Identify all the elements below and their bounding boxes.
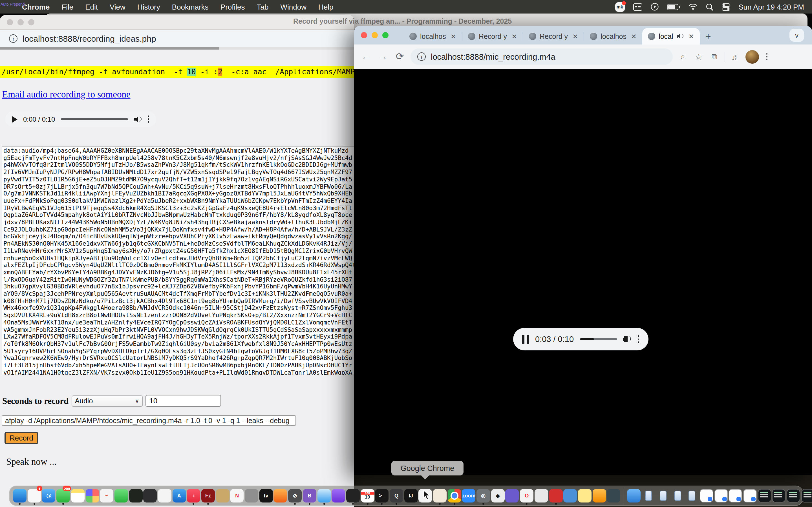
dock-stocks-icon[interactable]: ~ [100,487,113,504]
dock-downloads-icon[interactable] [627,489,641,503]
left-player-seekbar[interactable] [61,118,128,120]
omnibox[interactable]: i localhost:8888/mic_recording.m4a [410,48,673,65]
dock-minimized-doc-4[interactable] [743,489,757,503]
control-center-icon[interactable] [721,3,730,10]
dock-zoom-icon[interactable]: zoom [462,489,476,503]
clock[interactable]: Sun Apr 19 4:20 PM [739,3,804,11]
dock-tooth-icon[interactable] [535,489,548,503]
browser-tab-localhos-3[interactable]: localhos✕ [584,28,642,45]
dock-intellij-icon[interactable]: IJ [404,487,417,504]
menu-bookmarks[interactable]: Bookmarks [172,3,209,11]
dock-purple-cat-icon[interactable] [506,489,519,503]
dock-minimized-doc-1[interactable] [700,487,713,504]
dock-stickies-icon[interactable] [578,487,592,504]
dock-calendar-icon[interactable]: 19 [361,489,374,503]
dock-messages-icon[interactable]: 208 [56,487,70,504]
dock-opera-icon[interactable]: O [520,489,534,503]
dock-device-icon[interactable] [143,487,157,504]
play-icon[interactable] [12,116,17,122]
dock-minimized-terminal-4[interactable] [801,489,812,503]
dock-music-icon[interactable]: ♪ [187,487,200,504]
dock-calendar-icon[interactable]: 19 [361,487,374,504]
dock-minimized-doc-2[interactable] [714,487,728,504]
pause-icon[interactable] [522,335,529,343]
chrome-menu-icon[interactable] [766,53,768,60]
dock-textedit-icon[interactable] [158,487,171,504]
forward-icon[interactable]: → [377,51,389,62]
dock-code-editor-icon[interactable] [346,489,360,503]
dock-news-icon[interactable]: N [231,489,244,503]
dock-stickies-icon[interactable] [578,489,592,503]
left-url-text[interactable]: localhost:8888/recording_ideas.php [22,34,156,43]
new-tab-button[interactable]: + [705,31,711,42]
close-button[interactable] [361,32,367,38]
dock-contacts-icon[interactable] [216,489,229,503]
dock-device-icon[interactable] [144,489,157,503]
dock-bulb-icon[interactable] [592,489,606,503]
email-recording-link[interactable]: Email audio recording to someone [2,89,131,100]
player-menu-icon[interactable] [147,115,149,123]
zoom-button[interactable] [382,32,389,38]
dock-podcasts-icon[interactable] [332,489,345,503]
dock-terminal2-icon[interactable]: >_ [375,489,389,503]
dock-appletv-icon[interactable]: tv [259,487,273,504]
dock-tooth-icon[interactable] [535,487,548,504]
zoom-button[interactable] [28,19,35,25]
keyboard-brightness-icon[interactable] [633,3,642,10]
site-info-icon[interactable]: i [9,34,17,43]
bookmark-star-icon[interactable]: ☆ [693,52,704,61]
dock-minimized-doc-1[interactable] [700,489,713,503]
menu-tab[interactable]: Tab [257,3,269,11]
tab-close-icon[interactable]: ✕ [449,33,457,40]
dock-reminders-icon[interactable]: 1 [28,487,41,504]
play-circle-icon[interactable] [651,3,658,11]
dock-zoom-icon[interactable]: zoom [462,487,476,504]
right-player-seekbar[interactable] [580,338,617,340]
browser-tab-localhos-0[interactable]: localhos✕ [404,28,462,45]
dock-minimized-chrome[interactable] [685,487,699,504]
spotlight-search-icon[interactable] [706,3,713,10]
dock-minimized-chrome[interactable] [689,491,695,501]
browser-tab-record-y-1[interactable]: Record y✕ [462,28,523,45]
player-menu-icon[interactable] [637,335,640,343]
dock-minimized-safari-1[interactable] [642,487,655,504]
menu-profiles[interactable]: Profiles [220,3,245,11]
dock-mail-icon[interactable]: @ [42,487,56,504]
dock-minimized-terminal-1[interactable] [758,487,771,504]
media-control-icon[interactable]: ♬ [730,52,741,61]
dock-launchpad-icon[interactable] [86,487,99,504]
dock-stocks-icon[interactable]: ~ [100,489,113,503]
dock-blue-doc-icon[interactable] [563,487,577,504]
browser-tab-local-4[interactable]: local✕ [642,28,700,45]
left-address-bar[interactable]: i localhost:8888/recording_ideas.php [0,30,354,47]
dock-dial-icon[interactable] [549,487,562,504]
tab-close-icon[interactable]: ✕ [571,33,579,40]
dock-bulb-icon[interactable] [592,487,606,504]
dock-minimized-doc-2[interactable] [714,489,728,503]
menu-help[interactable]: Help [318,3,334,11]
seconds-input[interactable]: 10 [145,395,221,407]
dock-gimp-icon[interactable] [245,489,258,503]
dock-mail-icon[interactable]: @ [42,489,56,503]
close-button[interactable] [7,19,13,25]
dock-minimized-doc-3[interactable] [728,487,742,504]
dock-system-rings-icon[interactable]: ◎ [476,487,490,504]
dock-code-editor-icon[interactable] [346,487,360,504]
minimize-button[interactable] [17,19,24,25]
tab-close-icon[interactable]: ✕ [630,33,638,40]
dock-news-icon[interactable]: N [231,487,244,504]
dock-purple-cat-icon[interactable] [506,487,519,504]
dock-blue-doc-icon[interactable] [563,489,577,503]
dock-art-studio-icon[interactable] [433,487,447,504]
dock-minimized-safari-3[interactable] [671,487,684,504]
dock-quicktime-icon[interactable]: Q [390,489,403,503]
volume-icon[interactable] [134,116,142,122]
browser-tab-record-y-2[interactable]: Record y✕ [523,28,583,45]
dock-finder-icon[interactable] [13,487,27,504]
dock-minimized-terminal-3[interactable] [786,487,800,504]
dock-contacts-icon[interactable] [216,487,229,504]
base64-audio-textarea[interactable]: data:audio/mp4;base64,AAAAHGZ0eXBNNEEgAA… [2,146,354,375]
dock-firefox-icon[interactable] [274,487,287,504]
dock-minimized-terminal-2[interactable] [772,487,786,504]
dock-minimized-safari-3[interactable] [674,491,681,501]
